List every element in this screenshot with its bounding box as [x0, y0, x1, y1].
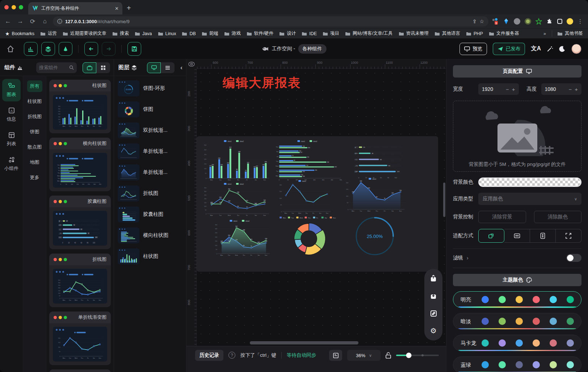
undo-button[interactable] — [84, 42, 98, 56]
bookmark-folder-1[interactable]: 近期需要读的文章 — [63, 30, 106, 37]
lock-icon[interactable] — [386, 352, 391, 359]
new-tab-button[interactable]: + — [127, 4, 131, 12]
canvas-area[interactable]: 600700800900100011001200 200300400500600… — [186, 59, 446, 372]
project-name-pill[interactable]: 各种组件 — [298, 44, 326, 54]
canvas-screen[interactable]: data1data2050100150200250300350MonTueWed… — [197, 136, 438, 272]
magic-wand-icon[interactable] — [547, 46, 553, 52]
zoom-select[interactable]: 36%∨ — [347, 350, 381, 361]
bookmarks-overflow-icon[interactable]: » — [543, 31, 546, 36]
filter-toggle[interactable] — [566, 254, 581, 262]
component-card-柱状图[interactable]: 柱状图050100150200250300350MonTueWedThuFriS… — [49, 80, 111, 133]
bookmark-folder-6[interactable]: 前端 — [202, 30, 218, 37]
clear-color-button[interactable]: 清除颜色 — [534, 211, 582, 223]
layers-thumbnail-view-toggle[interactable] — [147, 62, 161, 73]
width-decrease-icon[interactable]: − — [506, 86, 509, 92]
extension-grammar-icon[interactable]: g — [492, 18, 499, 25]
fit-width-button[interactable] — [504, 229, 530, 243]
site-info-icon[interactable]: ⓘ — [57, 19, 62, 24]
browser-menu-icon[interactable]: ⋮ — [578, 18, 583, 25]
canvas-widget-双折线渐变图[interactable]: data1data2050100150200250300350MonTueWed… — [213, 219, 271, 257]
height-stepper[interactable]: 1080 − + — [541, 83, 582, 95]
extensions-puzzle-icon[interactable] — [546, 18, 553, 25]
fit-height-button[interactable] — [530, 229, 556, 243]
edit-icon[interactable] — [427, 307, 440, 320]
bookmark-folder-0[interactable]: 运营 — [40, 30, 57, 37]
bookmark-folder-2[interactable]: 搜索 — [112, 30, 129, 37]
layer-item-2[interactable]: 双折线渐... — [118, 122, 182, 138]
canvas-widget-柱状图[interactable]: data1data2050100150200250300350MonTueWed… — [202, 139, 270, 182]
category-饼图[interactable]: 饼图 — [27, 126, 42, 138]
theme-row-蓝绿[interactable]: 蓝绿 — [453, 356, 581, 372]
minimize-window-button[interactable] — [12, 5, 16, 9]
settings-gear-icon[interactable]: ⚙ — [427, 324, 440, 337]
height-value[interactable]: 1080 — [545, 86, 566, 92]
export-icon[interactable] — [427, 272, 440, 285]
browser-tab[interactable]: 工作空间-各种组件 ✕ — [28, 2, 122, 14]
component-card-胶囊柱图[interactable]: 胶囊柱图厦门20南阳40北京60上海80新疆100020406080100 — [49, 196, 111, 249]
category-柱状图[interactable]: 柱状图 — [25, 96, 45, 107]
bookmark-folder-16[interactable]: 文件服务器 — [489, 30, 519, 37]
clear-background-button[interactable]: 清除背景 — [478, 211, 526, 223]
sidebar-tab-小组件[interactable]: 小组件 — [2, 153, 21, 175]
single-view-toggle[interactable] — [83, 62, 96, 73]
category-地图[interactable]: 地图 — [27, 156, 42, 168]
history-button[interactable]: 历史记录 — [195, 350, 223, 361]
canvas-widget-单折线渐变图[interactable]: data1050100150200MonTueWedThuFriSatSun — [277, 179, 332, 215]
layer-item-4[interactable]: 单折线渐... — [118, 164, 182, 180]
background-upload-dropzone[interactable]: 背景图需小于 5M，格式为 png/jpg/gif 的文件 — [453, 101, 581, 172]
layer-item-7[interactable]: 横向柱状图 — [118, 227, 182, 243]
theme-row-明亮[interactable]: 明亮 — [453, 291, 581, 308]
language-toggle-icon[interactable]: 文A — [531, 45, 541, 53]
profile-avatar-icon[interactable] — [567, 18, 573, 25]
bookmark-folder-13[interactable]: 资讯未整理 — [399, 30, 429, 37]
notes-panel-button[interactable] — [329, 350, 342, 361]
vertical-scrollbar[interactable] — [443, 183, 445, 217]
bookmark-folder-15[interactable]: PHP — [466, 31, 483, 36]
fit-scale-button[interactable] — [478, 229, 504, 243]
search-input[interactable]: 搜索组件 — [36, 62, 77, 73]
extension-gray-icon[interactable] — [514, 18, 520, 25]
category-折线图[interactable]: 折线图 — [25, 111, 45, 122]
app-home-icon[interactable] — [7, 45, 14, 53]
help-icon[interactable]: ? — [228, 352, 235, 359]
publish-button[interactable]: 已发布 — [493, 43, 525, 55]
height-increase-icon[interactable]: + — [575, 86, 578, 92]
canvas-widget-胶囊柱图[interactable]: 厦门20南阳40北京60上海80新疆100020406080100 — [352, 142, 407, 179]
bookmark-folder-10[interactable]: IDE — [302, 31, 317, 36]
width-increase-icon[interactable]: + — [512, 86, 515, 92]
fit-stretch-button[interactable] — [556, 229, 581, 243]
bookmark-folder-12[interactable]: 网站/博客/文章/工具 — [345, 30, 392, 37]
layer-item-6[interactable]: 胶囊柱图 — [118, 206, 182, 222]
bookmark-folder-11[interactable]: 项目 — [323, 30, 339, 37]
zoom-slider-knob[interactable] — [406, 353, 412, 358]
tab-close-icon[interactable]: ✕ — [115, 6, 119, 11]
bookmark-folder-8[interactable]: 软件/硬件 — [247, 30, 273, 37]
import-icon[interactable] — [427, 289, 440, 302]
width-stepper[interactable]: 1920 − + — [478, 83, 519, 95]
layer-item-1[interactable]: 饼图 — [118, 101, 182, 117]
layer-item-5[interactable]: 折线图 — [118, 185, 182, 201]
bookmark-star-icon[interactable]: ☆ — [479, 18, 484, 24]
bookmark-folder-7[interactable]: 游戏 — [224, 30, 241, 37]
forward-icon[interactable]: → — [16, 18, 25, 25]
sidebar-tab-图表[interactable]: 图表 — [2, 79, 21, 101]
bookmark-folder-9[interactable]: 设计 — [279, 30, 296, 37]
bookmark-folder-3[interactable]: Java — [135, 31, 152, 36]
component-card-单折线渐变面积图[interactable]: 单折线渐变面积图050100150200MonTueWedThuFriSatSu… — [49, 369, 111, 372]
canvas-widget-折线图[interactable]: data1data2050100150200250300350MonTueWed… — [202, 182, 270, 217]
details-panel-toggle-button[interactable] — [59, 42, 72, 56]
app-type-select[interactable]: 应用颜色 ∨ — [478, 193, 581, 205]
layer-item-0[interactable]: 25.00%饼图-环形 — [118, 80, 182, 96]
extension-window-icon[interactable] — [557, 19, 562, 24]
back-icon[interactable]: ← — [4, 18, 12, 25]
extension-star-icon[interactable] — [536, 18, 542, 25]
maximize-window-button[interactable] — [19, 5, 23, 9]
redo-button[interactable] — [102, 42, 116, 56]
grid-view-toggle[interactable] — [96, 62, 110, 73]
ruler-eye-icon[interactable] — [186, 59, 197, 69]
bookmark-folder-4[interactable]: Linux — [158, 31, 176, 36]
theme-row-暗淡[interactable]: 暗淡 — [453, 313, 581, 330]
home-icon[interactable]: ⌂ — [41, 18, 49, 25]
user-avatar[interactable] — [571, 44, 581, 54]
layers-panel-toggle-button[interactable] — [41, 42, 55, 56]
